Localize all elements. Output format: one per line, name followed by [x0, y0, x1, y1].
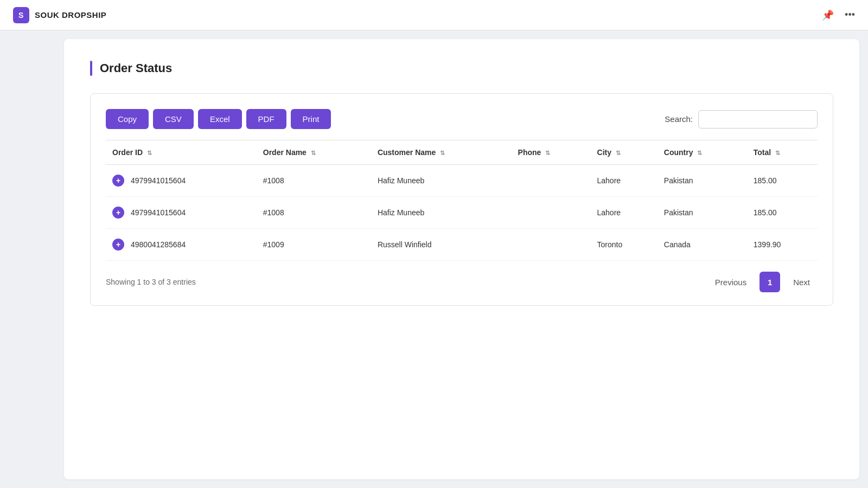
search-area: Search: [665, 110, 818, 129]
pagination: Previous 1 Next [707, 272, 818, 292]
previous-button[interactable]: Previous [707, 273, 754, 291]
main-content: Order Status Copy CSV Excel PDF Print Se… [64, 39, 859, 479]
cell-phone [512, 229, 591, 261]
table-controls-container: Copy CSV Excel PDF Print Search: Order I… [90, 93, 833, 306]
col-order-name-label: Order Name [263, 148, 307, 157]
table-footer: Showing 1 to 3 of 3 entries Previous 1 N… [106, 272, 818, 292]
cell-order-id: +4980041285684 [106, 229, 257, 261]
search-label: Search: [665, 114, 693, 124]
table-header-row: Order ID ⇅ Order Name ⇅ Customer Name ⇅ [106, 140, 818, 165]
csv-button[interactable]: CSV [153, 109, 194, 129]
page-title: Order Status [100, 61, 172, 75]
col-country: Country ⇅ [658, 140, 747, 165]
cell-total: 185.00 [747, 165, 818, 197]
cell-country: Pakistan [658, 165, 747, 197]
cell-country: Canada [658, 229, 747, 261]
copy-button[interactable]: Copy [106, 109, 149, 129]
col-order-name: Order Name ⇅ [257, 140, 371, 165]
layout: Order Status Copy CSV Excel PDF Print Se… [0, 30, 868, 488]
cell-order-id: +4979941015604 [106, 197, 257, 229]
order-id-value: 4979941015604 [131, 208, 186, 217]
sort-total-icon[interactable]: ⇅ [775, 150, 780, 157]
export-buttons: Copy CSV Excel PDF Print [106, 109, 331, 129]
col-order-id: Order ID ⇅ [106, 140, 257, 165]
sort-country-icon[interactable]: ⇅ [697, 150, 702, 157]
cell-order-id: +4979941015604 [106, 165, 257, 197]
navbar: S SOUK DROPSHIP 📌 ••• [0, 0, 868, 30]
table-row: +4979941015604#1008Hafiz MuneebLahorePak… [106, 165, 818, 197]
order-id-value: 4980041285684 [131, 240, 186, 249]
pdf-button[interactable]: PDF [246, 109, 286, 129]
brand-logo: S [13, 7, 29, 23]
cell-customer-name: Hafiz Muneeb [371, 165, 512, 197]
next-button[interactable]: Next [786, 273, 818, 291]
cell-city: Toronto [591, 229, 658, 261]
table-row: +4980041285684#1009Russell WinfieldToron… [106, 229, 818, 261]
row-expand-btn[interactable]: + [112, 175, 124, 187]
showing-text: Showing 1 to 3 of 3 entries [106, 278, 196, 286]
col-city-label: City [597, 148, 611, 157]
col-customer-name-label: Customer Name [378, 148, 436, 157]
cell-city: Lahore [591, 165, 658, 197]
cell-total: 185.00 [747, 197, 818, 229]
row-expand-btn[interactable]: + [112, 207, 124, 219]
cell-total: 1399.90 [747, 229, 818, 261]
col-city: City ⇅ [591, 140, 658, 165]
print-button[interactable]: Print [291, 109, 331, 129]
cell-city: Lahore [591, 197, 658, 229]
excel-button[interactable]: Excel [198, 109, 242, 129]
col-total: Total ⇅ [747, 140, 818, 165]
sort-order-id-icon[interactable]: ⇅ [147, 150, 152, 157]
order-id-value: 4979941015604 [131, 176, 186, 185]
page-title-container: Order Status [90, 61, 833, 76]
page-1-button[interactable]: 1 [760, 272, 780, 292]
cell-customer-name: Russell Winfield [371, 229, 512, 261]
col-order-id-label: Order ID [112, 148, 143, 157]
sort-customer-name-icon[interactable]: ⇅ [440, 150, 445, 157]
col-phone: Phone ⇅ [512, 140, 591, 165]
cell-customer-name: Hafiz Muneeb [371, 197, 512, 229]
data-table: Order ID ⇅ Order Name ⇅ Customer Name ⇅ [106, 140, 818, 261]
col-total-label: Total [754, 148, 771, 157]
cell-country: Pakistan [658, 197, 747, 229]
more-options-icon[interactable]: ••• [845, 9, 855, 21]
row-expand-btn[interactable]: + [112, 239, 124, 251]
cell-order-name: #1008 [257, 197, 371, 229]
cell-phone [512, 197, 591, 229]
page-title-bar [90, 61, 92, 76]
navbar-actions: 📌 ••• [822, 9, 855, 21]
brand-name: SOUK DROPSHIP [35, 10, 106, 20]
pin-icon[interactable]: 📌 [822, 9, 834, 21]
table-body: +4979941015604#1008Hafiz MuneebLahorePak… [106, 165, 818, 261]
search-input[interactable] [698, 110, 818, 129]
table-header: Order ID ⇅ Order Name ⇅ Customer Name ⇅ [106, 140, 818, 165]
brand: S SOUK DROPSHIP [13, 7, 106, 23]
sort-order-name-icon[interactable]: ⇅ [311, 150, 316, 157]
cell-order-name: #1009 [257, 229, 371, 261]
controls-top: Copy CSV Excel PDF Print Search: [106, 109, 818, 129]
cell-order-name: #1008 [257, 165, 371, 197]
sort-phone-icon[interactable]: ⇅ [545, 150, 550, 157]
cell-phone [512, 165, 591, 197]
col-customer-name: Customer Name ⇅ [371, 140, 512, 165]
col-phone-label: Phone [518, 148, 541, 157]
sidebar [0, 30, 64, 488]
col-country-label: Country [664, 148, 693, 157]
table-row: +4979941015604#1008Hafiz MuneebLahorePak… [106, 197, 818, 229]
sort-city-icon[interactable]: ⇅ [616, 150, 621, 157]
